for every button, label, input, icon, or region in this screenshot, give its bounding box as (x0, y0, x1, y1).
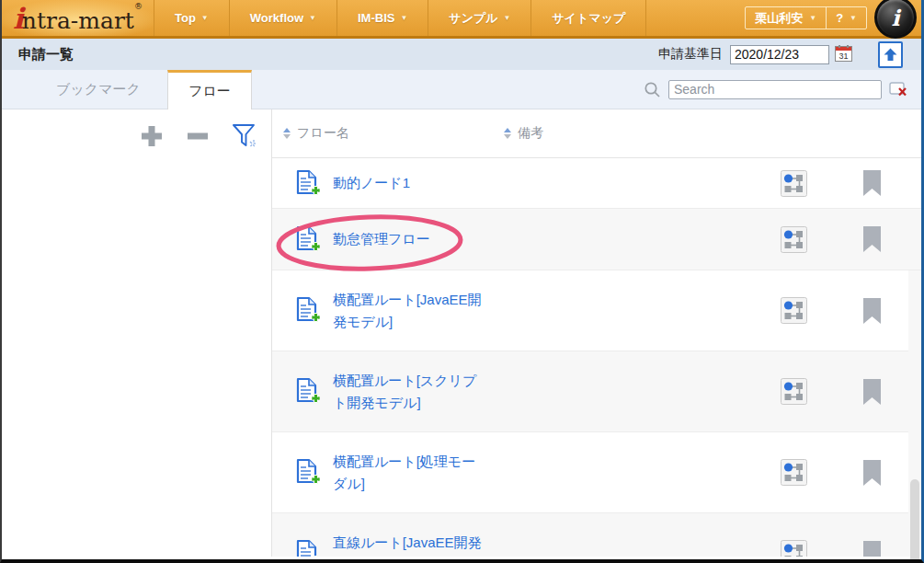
menu-label: サイトマップ (552, 10, 625, 27)
tab-bookmark[interactable]: ブックマーク (29, 70, 167, 109)
document-add-icon (296, 296, 320, 325)
diagram-cell (765, 170, 822, 197)
flow-name-link[interactable]: 横配置ルート[JavaEE開発モデル] (333, 289, 489, 332)
tab-flow[interactable]: フロー (167, 70, 252, 109)
table-row: 横配置ルート[JavaEE開発モデル] (272, 270, 921, 351)
flow-name-cell: 勤怠管理フロー (272, 225, 504, 254)
intra-mart-logo[interactable]: intra-mart® (2, 0, 154, 36)
user-name-label: 栗山利安 (755, 10, 803, 27)
filter-icon[interactable] (231, 122, 258, 150)
scroll-top-button[interactable] (878, 41, 903, 68)
main-content: フロー名 備考 (2, 109, 921, 557)
diagram-cell (765, 540, 822, 557)
bookmark-icon[interactable] (863, 379, 881, 405)
search-area (644, 70, 921, 109)
date-controls: 申請基準日 31 (658, 41, 912, 68)
top-navigation-bar: intra-mart® Top▼Workflow▼IM-BIS▼サンプル▼サイト… (2, 0, 921, 39)
column-label: 備考 (518, 125, 543, 142)
flow-name-cell: 横配置ルート[JavaEE開発モデル] (272, 289, 504, 332)
date-label: 申請基準日 (658, 46, 723, 63)
menu-label: サンプル (449, 10, 497, 27)
help-label: ? (836, 11, 843, 25)
bookmark-icon[interactable] (863, 298, 881, 324)
user-help-box: 栗山利安 ▼ ? ▼ (745, 6, 867, 29)
tree-toolbar (2, 109, 271, 150)
diagram-cell (765, 378, 822, 405)
flow-diagram-icon[interactable] (781, 170, 807, 197)
flow-name-link[interactable]: 直線ルート[JavaEE開発モデル] (333, 532, 489, 557)
document-add-icon (296, 539, 320, 557)
menu-label: IM-BIS (358, 11, 394, 25)
table-header: フロー名 備考 (272, 109, 921, 158)
flow-name-cell: 横配置ルート[スクリプト開発モデル] (272, 370, 504, 413)
flow-diagram-icon[interactable] (781, 378, 807, 405)
table-row: 横配置ルート[処理モーダル] (272, 432, 921, 513)
tab-strip: ブックマーク フロー (2, 70, 921, 109)
document-add-icon (296, 377, 320, 406)
badge-glyph: i (891, 5, 899, 31)
scrollbar-thumb[interactable] (910, 479, 919, 563)
sort-icon (504, 128, 511, 139)
menu-item-1[interactable]: Workflow▼ (230, 0, 337, 36)
search-icon (644, 81, 661, 98)
menu-item-2[interactable]: IM-BIS▼ (337, 0, 428, 36)
diagram-cell (765, 459, 822, 486)
flow-name-link[interactable]: 動的ノード1 (333, 172, 410, 193)
clear-search-icon[interactable] (889, 82, 908, 98)
flow-table: フロー名 備考 (272, 109, 921, 557)
search-input[interactable] (668, 80, 882, 99)
app-window: intra-mart® Top▼Workflow▼IM-BIS▼サンプル▼サイト… (0, 0, 924, 563)
flow-name-link[interactable]: 横配置ルート[処理モーダル] (333, 451, 489, 494)
page-header-bar: 申請一覧 申請基準日 31 (2, 39, 921, 70)
menu-label: Top (175, 11, 196, 25)
sort-icon (283, 128, 291, 139)
vertical-scrollbar[interactable] (908, 270, 921, 557)
flow-diagram-icon[interactable] (781, 226, 807, 253)
diagram-cell (765, 297, 822, 324)
menu-item-3[interactable]: サンプル▼ (428, 0, 531, 36)
menu-item-0[interactable]: Top▼ (154, 0, 230, 36)
flow-diagram-icon[interactable] (781, 459, 807, 486)
flow-name-cell: 動的ノード1 (272, 169, 504, 198)
base-date-input[interactable] (730, 45, 829, 64)
bookmark-cell (822, 541, 921, 557)
bookmark-cell (822, 460, 921, 486)
table-row: 動的ノード1 (272, 158, 921, 209)
add-icon[interactable] (139, 123, 165, 149)
menu-item-4[interactable]: サイトマップ (531, 0, 646, 36)
chevron-down-icon: ▼ (850, 14, 857, 22)
column-label: フロー名 (297, 125, 349, 142)
flow-name-link[interactable]: 勤怠管理フロー (333, 228, 430, 249)
flow-name-cell: 直線ルート[JavaEE開発モデル] (272, 532, 504, 557)
bookmark-cell (822, 379, 921, 405)
column-header-remark[interactable]: 備考 (504, 125, 921, 142)
user-menu[interactable]: 栗山利安 ▼ (746, 7, 826, 29)
table-body: 動的ノード1 (272, 158, 921, 557)
bookmark-icon[interactable] (863, 541, 881, 557)
bookmark-cell (822, 170, 921, 196)
column-header-flow-name[interactable]: フロー名 (272, 125, 504, 142)
document-add-icon (296, 225, 320, 254)
bookmark-cell (822, 298, 921, 324)
intra-mart-badge-icon[interactable]: i (874, 0, 917, 39)
page-title: 申請一覧 (18, 46, 74, 63)
bookmark-icon[interactable] (863, 170, 881, 196)
document-add-icon (296, 169, 320, 198)
topbar-right-cluster: 栗山利安 ▼ ? ▼ i (745, 0, 921, 36)
menu-container: Top▼Workflow▼IM-BIS▼サンプル▼サイトマップ (154, 0, 646, 36)
bookmark-icon[interactable] (863, 226, 881, 252)
flow-diagram-icon[interactable] (781, 297, 807, 324)
chevron-down-icon: ▼ (504, 14, 511, 22)
calendar-icon[interactable]: 31 (835, 44, 852, 65)
flow-name-link[interactable]: 横配置ルート[スクリプト開発モデル] (333, 370, 489, 413)
bookmark-icon[interactable] (863, 460, 881, 486)
flow-name-cell: 横配置ルート[処理モーダル] (272, 451, 504, 494)
bookmark-tree-pane (2, 109, 272, 557)
table-row: 横配置ルート[スクリプト開発モデル] (272, 351, 921, 432)
document-add-icon (296, 458, 320, 487)
help-menu[interactable]: ? ▼ (826, 7, 866, 29)
diagram-cell (765, 226, 822, 253)
table-row: 直線ルート[JavaEE開発モデル] (272, 513, 921, 557)
remove-icon[interactable] (185, 123, 211, 149)
flow-diagram-icon[interactable] (781, 540, 807, 557)
